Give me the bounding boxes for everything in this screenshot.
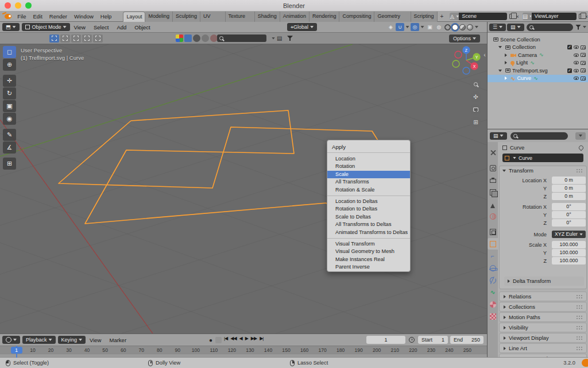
- properties-tab-material[interactable]: [488, 298, 498, 310]
- next-keyframe-button[interactable]: ▶▶: [251, 336, 257, 341]
- snap-dropdown[interactable]: [405, 23, 410, 31]
- current-frame-field[interactable]: 1: [366, 336, 405, 344]
- jump-to-end-button[interactable]: ▶|: [260, 336, 263, 341]
- minimize-window-button[interactable]: [15, 2, 21, 9]
- panel-grip-icon[interactable]: [576, 346, 583, 350]
- tool-select-box-button[interactable]: ◻: [3, 46, 16, 58]
- frame-tick-190[interactable]: 190: [355, 347, 363, 353]
- outliner-row-curve[interactable]: ∿Curve∿: [488, 75, 588, 83]
- boolean-mode-intersect[interactable]: [93, 34, 103, 43]
- hide-eye-icon[interactable]: [574, 53, 579, 57]
- shading-material-icon[interactable]: [459, 24, 466, 30]
- mode-dropdown[interactable]: Object Mode: [22, 23, 70, 31]
- frame-tick-170[interactable]: 170: [318, 347, 326, 353]
- outliner-row-camera[interactable]: Camera∿: [488, 51, 588, 59]
- perspective-toggle-icon[interactable]: ⊞: [470, 117, 481, 128]
- frame-tick-130[interactable]: 130: [246, 347, 254, 353]
- play-button[interactable]: ▶: [245, 336, 248, 341]
- frame-tick-220[interactable]: 220: [409, 347, 417, 353]
- properties-editor-type-button[interactable]: ▤: [490, 132, 507, 140]
- frame-tick-40[interactable]: 40: [84, 347, 90, 353]
- frame-tick-150[interactable]: 150: [282, 347, 290, 353]
- viewport-menu-object[interactable]: Object: [130, 24, 154, 30]
- menu-render[interactable]: Render: [46, 13, 71, 20]
- options-button[interactable]: Options: [449, 34, 480, 43]
- properties-tab-modifiers[interactable]: ⌐: [488, 250, 498, 262]
- display-mode-icon[interactable]: ▤: [277, 35, 282, 41]
- proportional-dropdown[interactable]: [420, 23, 425, 31]
- editor-type-button[interactable]: ⬒: [2, 23, 20, 31]
- panel-viewport-display[interactable]: Viewport Display: [499, 333, 587, 343]
- tool-move-button[interactable]: ✛: [3, 75, 16, 87]
- scene-name[interactable]: Scene: [459, 13, 507, 20]
- image-plane-icon[interactable]: [184, 34, 192, 42]
- menu-item-all-transforms-to-deltas[interactable]: All Transforms to Deltas: [327, 221, 410, 228]
- menu-file[interactable]: File: [14, 13, 29, 20]
- frame-tick-50[interactable]: 50: [102, 347, 108, 353]
- workspace-tab-scripting[interactable]: Scripting: [411, 12, 438, 22]
- value-field[interactable]: 100.000: [552, 249, 586, 256]
- properties-tab-texture[interactable]: [488, 310, 498, 322]
- maximize-window-button[interactable]: [25, 2, 32, 9]
- expand-arrow-icon[interactable]: [505, 53, 507, 57]
- frame-tick-30[interactable]: 30: [66, 347, 72, 353]
- mode-dropdown[interactable]: XYZ Euler: [552, 231, 586, 238]
- tool-annotate-button[interactable]: ✎: [3, 129, 16, 141]
- sphere-icon[interactable]: [193, 34, 200, 42]
- tool-cursor-button[interactable]: ⊕: [3, 59, 16, 71]
- shaded-ball-icon[interactable]: [176, 34, 183, 42]
- frame-tick-250[interactable]: 250: [463, 347, 471, 353]
- outliner-row-collection[interactable]: Collection✓: [488, 44, 588, 52]
- value-field[interactable]: 100.000: [552, 241, 586, 248]
- properties-tab-world[interactable]: [488, 210, 498, 222]
- panel-collections[interactable]: Collections: [499, 302, 587, 312]
- menu-item-scale-to-deltas[interactable]: Scale to Deltas: [327, 213, 410, 221]
- scene-selector[interactable]: ◬ Scene ×: [450, 13, 519, 21]
- panel-relations[interactable]: Relations: [499, 292, 587, 301]
- disable-render-icon[interactable]: [581, 61, 586, 65]
- frame-tick-20[interactable]: 20: [48, 347, 54, 353]
- frame-tick-70[interactable]: 70: [138, 347, 144, 353]
- new-scene-icon[interactable]: [509, 14, 514, 19]
- panel-motion-paths[interactable]: Motion Paths: [499, 312, 587, 322]
- pan-hand-icon[interactable]: ✣: [470, 91, 481, 102]
- viewport-menu-add[interactable]: Add: [113, 24, 130, 30]
- frame-start-field[interactable]: Start1: [418, 336, 448, 344]
- workspace-tab-uv-editing[interactable]: UV Editing: [200, 12, 226, 22]
- properties-tab-render[interactable]: [488, 162, 498, 174]
- properties-tab-output[interactable]: [488, 174, 498, 186]
- frame-tick-180[interactable]: 180: [336, 347, 345, 353]
- shading-dropdown-icon[interactable]: [475, 26, 478, 28]
- menu-item-parent-inverse[interactable]: Parent Inverse: [327, 263, 410, 271]
- workspace-tab-rendering[interactable]: Rendering: [310, 12, 340, 22]
- scene-canvas[interactable]: [0, 44, 487, 334]
- menu-help[interactable]: Help: [97, 13, 115, 20]
- timeline-ruler[interactable]: 1020304050607080901001101201301401501601…: [0, 346, 487, 354]
- value-field[interactable]: 0 m: [552, 193, 586, 200]
- record-icon[interactable]: ●: [207, 336, 215, 344]
- properties-tab-collection[interactable]: [488, 226, 498, 237]
- gizmo-icon[interactable]: ▣: [425, 23, 434, 31]
- chevron-down-icon[interactable]: [272, 37, 275, 40]
- stopwatch-icon[interactable]: [409, 337, 415, 343]
- properties-tab-constraints[interactable]: [488, 274, 498, 286]
- disable-render-icon[interactable]: [581, 53, 586, 57]
- frame-tick-110[interactable]: 110: [210, 347, 218, 353]
- frame-tick-210[interactable]: 210: [391, 347, 399, 353]
- properties-tab-physics[interactable]: [488, 262, 498, 274]
- frame-tick-60[interactable]: 60: [121, 347, 126, 353]
- outliner-row-light[interactable]: Light∿: [488, 59, 588, 67]
- viewport-menu-view[interactable]: View: [70, 24, 90, 30]
- play-reverse-button[interactable]: ◀: [239, 336, 242, 341]
- menu-item-make-instances-real[interactable]: Make Instances Real: [327, 256, 410, 263]
- properties-tab-object[interactable]: [488, 238, 498, 250]
- camera-view-icon[interactable]: [470, 104, 481, 115]
- collapse-arrow-icon[interactable]: [498, 70, 502, 72]
- timeline-menu-view[interactable]: View: [86, 337, 105, 343]
- workspace-tab-compositing[interactable]: Compositing: [339, 12, 374, 22]
- outliner-row-scene-collection[interactable]: Scene Collection: [488, 36, 588, 44]
- panel-line-art[interactable]: Line Art: [499, 343, 587, 353]
- menu-window[interactable]: Window: [71, 13, 97, 20]
- curve-object[interactable]: [85, 110, 368, 247]
- object-name-field[interactable]: Curve: [502, 154, 583, 162]
